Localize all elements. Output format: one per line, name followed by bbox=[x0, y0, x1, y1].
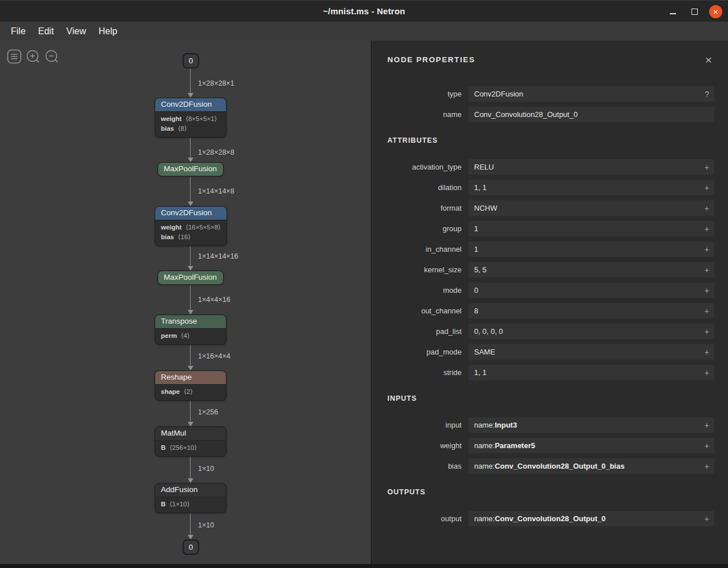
expand-icon[interactable]: + bbox=[705, 307, 709, 316]
graph-toolbar bbox=[7, 49, 59, 64]
node-attribute-row: perm⟨4⟩ bbox=[161, 331, 220, 341]
edge-arrowhead-icon bbox=[188, 266, 193, 271]
property-label: pad_list bbox=[386, 327, 462, 336]
graph-node-conv2dfusion[interactable]: Conv2DFusionweight⟨16×5×5×8⟩bias⟨16⟩ bbox=[155, 206, 227, 246]
zoom-out-button[interactable] bbox=[45, 49, 59, 64]
node-attribute-row: B⟨1×10⟩ bbox=[161, 499, 220, 509]
node-attribute-row: shape⟨2⟩ bbox=[161, 387, 220, 397]
node-attribute-row: weight⟨16×5×5×8⟩ bbox=[161, 223, 221, 232]
edge-shape-label: 1×14×14×16 bbox=[198, 252, 238, 260]
expand-icon[interactable]: + bbox=[705, 368, 709, 377]
graph-node-transpose[interactable]: Transposeperm⟨4⟩ bbox=[155, 315, 227, 345]
property-row-in_channel: in_channel1+ bbox=[386, 241, 714, 257]
value-text: 0 bbox=[474, 286, 478, 295]
window-title: ~/mnist.ms - Netron bbox=[323, 6, 405, 16]
property-value-field[interactable]: 0+ bbox=[468, 283, 714, 298]
property-value-field[interactable]: 1, 1+ bbox=[468, 180, 714, 195]
value-text: NCHW bbox=[474, 204, 497, 212]
graph-node-reshape[interactable]: Reshapeshape⟨2⟩ bbox=[155, 370, 227, 401]
netron-window: ~/mnist.ms - Netron × FileEditViewHelp 1… bbox=[0, 0, 728, 568]
edge-shape-label: 1×16×4×4 bbox=[198, 352, 230, 360]
value-name: Conv_Convolution28_Output_0_bias bbox=[495, 462, 625, 470]
edge-line bbox=[190, 134, 191, 158]
menu-item-edit[interactable]: Edit bbox=[32, 24, 60, 39]
property-row-type: typeConv2DFusion? bbox=[386, 86, 714, 102]
property-value-field[interactable]: 5, 5+ bbox=[468, 262, 714, 277]
node-attributes: weight⟨16×5×5×8⟩bias⟨16⟩ bbox=[155, 220, 227, 245]
panel-section-inputs: INPUTSinputname: Input3+weightname: Para… bbox=[386, 394, 714, 474]
property-value-field[interactable]: name: Conv_Convolution28_Output_0_bias+ bbox=[468, 458, 714, 474]
panel-close-button[interactable]: × bbox=[705, 55, 712, 65]
help-icon[interactable]: ? bbox=[705, 90, 709, 99]
panel-section-attributes: ATTRIBUTESactivation_typeRELU+dilation1,… bbox=[386, 136, 714, 380]
graph-node-maxpoolfusion[interactable]: MaxPoolFusion bbox=[157, 271, 224, 285]
property-value-field[interactable]: 0, 0, 0, 0+ bbox=[468, 324, 714, 339]
node-type-header: Conv2DFusion bbox=[155, 207, 227, 220]
node-attributes: B⟨256×10⟩ bbox=[155, 441, 226, 456]
property-label: stride bbox=[386, 368, 462, 377]
value-text: 1, 1 bbox=[474, 368, 487, 377]
property-row-output: outputname: Conv_Convolution28_Output_0+ bbox=[386, 511, 714, 526]
graph-node-matmul[interactable]: MatMulB⟨256×10⟩ bbox=[155, 426, 227, 457]
expand-icon[interactable]: + bbox=[705, 421, 709, 430]
expand-icon[interactable]: + bbox=[705, 163, 709, 172]
expand-icon[interactable]: + bbox=[705, 204, 709, 213]
zoom-out-icon bbox=[45, 56, 59, 66]
node-attribute-name: weight bbox=[161, 115, 181, 122]
value-text: RELU bbox=[474, 163, 494, 171]
maximize-icon bbox=[691, 9, 698, 15]
expand-icon[interactable]: + bbox=[705, 183, 709, 192]
value-text: Conv2DFusion bbox=[474, 90, 523, 98]
panel-title: NODE PROPERTIES bbox=[386, 55, 475, 64]
expand-icon[interactable]: + bbox=[705, 462, 709, 471]
property-value-field[interactable]: 8+ bbox=[468, 303, 714, 319]
value-text: 1, 1 bbox=[474, 183, 487, 192]
model-properties-button[interactable] bbox=[7, 49, 22, 64]
menu-item-help[interactable]: Help bbox=[92, 24, 124, 39]
maximize-button[interactable] bbox=[687, 5, 701, 18]
graph-node-conv2dfusion[interactable]: Conv2DFusionweight⟨8×5×5×1⟩bias⟨8⟩ bbox=[155, 98, 227, 138]
expand-icon[interactable]: + bbox=[705, 514, 709, 523]
edge-arrowhead-icon bbox=[188, 310, 193, 315]
expand-icon[interactable]: + bbox=[705, 286, 709, 295]
property-value-field[interactable]: name: Parameter5+ bbox=[468, 438, 714, 453]
edge-arrowhead-icon bbox=[188, 93, 193, 98]
menu-item-view[interactable]: View bbox=[60, 24, 92, 39]
node-attribute-value: ⟨8×5×5×1⟩ bbox=[185, 115, 217, 122]
expand-icon[interactable]: + bbox=[705, 265, 709, 275]
graph-io-node[interactable]: 0 bbox=[183, 539, 199, 555]
zoom-in-button[interactable] bbox=[26, 49, 41, 64]
expand-icon[interactable]: + bbox=[705, 441, 709, 450]
property-row-activation_type: activation_typeRELU+ bbox=[386, 159, 714, 175]
node-properties-panel: NODE PROPERTIES × typeConv2DFusion?nameC… bbox=[371, 41, 728, 568]
node-type-header: AddFusion bbox=[155, 484, 226, 497]
property-value-field[interactable]: SAME+ bbox=[468, 344, 714, 360]
expand-icon[interactable]: + bbox=[705, 348, 709, 357]
expand-icon[interactable]: + bbox=[705, 327, 709, 336]
property-value-field[interactable]: 1+ bbox=[468, 241, 714, 257]
node-attributes: weight⟨8×5×5×1⟩bias⟨8⟩ bbox=[155, 111, 226, 137]
property-row-bias: biasname: Conv_Convolution28_Output_0_bi… bbox=[386, 458, 714, 474]
expand-icon[interactable]: + bbox=[705, 224, 709, 233]
node-attributes: B⟨1×10⟩ bbox=[155, 497, 226, 513]
value-name: Parameter5 bbox=[495, 441, 535, 450]
minimize-button[interactable] bbox=[666, 5, 680, 18]
property-value-field[interactable]: name: Input3+ bbox=[468, 417, 714, 433]
property-value-field[interactable]: name: Conv_Convolution28_Output_0+ bbox=[468, 511, 714, 526]
node-attributes: perm⟨4⟩ bbox=[155, 328, 226, 344]
graph-io-node[interactable]: 0 bbox=[183, 53, 199, 69]
close-button[interactable]: × bbox=[709, 5, 722, 18]
property-row-name: nameConv_Convolution28_Output_0 bbox=[386, 107, 714, 122]
property-value-field[interactable]: Conv_Convolution28_Output_0 bbox=[468, 107, 714, 122]
graph-area[interactable]: 1×28×28×11×28×28×81×14×14×81×14×14×161×4… bbox=[0, 41, 371, 568]
graph-node-addfusion[interactable]: AddFusionB⟨1×10⟩ bbox=[155, 483, 227, 513]
property-value-field[interactable]: 1, 1+ bbox=[468, 365, 714, 380]
node-attribute-name: perm bbox=[161, 332, 177, 339]
property-value-field[interactable]: 1+ bbox=[468, 221, 714, 236]
menu-item-file[interactable]: File bbox=[5, 24, 32, 39]
expand-icon[interactable]: + bbox=[705, 245, 709, 254]
graph-node-maxpoolfusion[interactable]: MaxPoolFusion bbox=[157, 162, 224, 176]
property-value-field[interactable]: RELU+ bbox=[468, 159, 714, 175]
property-value-field[interactable]: NCHW+ bbox=[468, 200, 714, 216]
property-value-field[interactable]: Conv2DFusion? bbox=[468, 86, 714, 102]
